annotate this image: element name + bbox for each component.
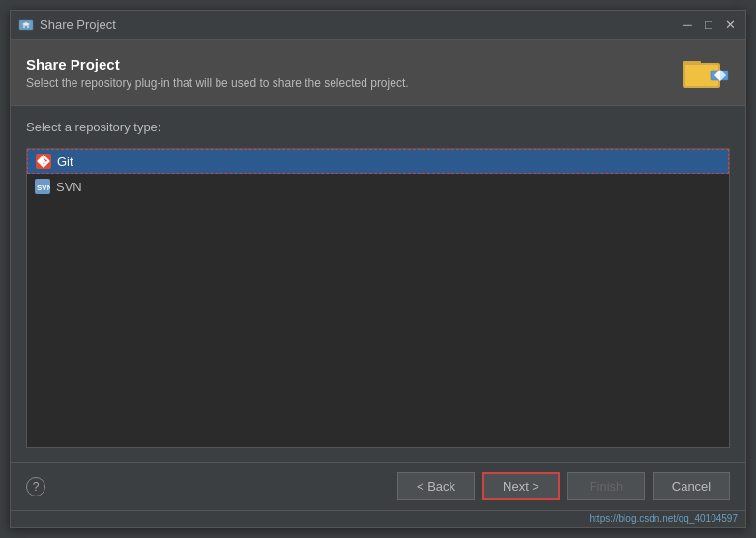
git-label: Git	[57, 155, 73, 169]
maximize-button[interactable]: □	[701, 17, 716, 33]
window-title: Share Project	[40, 17, 116, 32]
repo-item-git[interactable]: Git	[27, 149, 729, 174]
cancel-button[interactable]: Cancel	[653, 472, 730, 500]
dialog-subtitle: Select the repository plug-in that will …	[26, 76, 409, 90]
footer-buttons: < Back Next > Finish Cancel	[397, 472, 730, 500]
status-url: https://blog.csdn.net/qq_40104597	[590, 513, 738, 524]
window-icon	[18, 17, 34, 33]
help-button[interactable]: ?	[26, 477, 45, 496]
title-bar-controls: ─ □ ✕	[680, 17, 738, 33]
status-bar: https://blog.csdn.net/qq_40104597	[11, 510, 745, 527]
finish-button[interactable]: Finish	[567, 472, 645, 500]
content-area: Select a repository type: Git SVN SVN	[11, 106, 745, 462]
close-button[interactable]: ✕	[722, 17, 738, 33]
svn-label: SVN	[56, 180, 82, 194]
dialog-title: Share Project	[26, 56, 409, 72]
dialog-header: Share Project Select the repository plug…	[11, 40, 745, 106]
svg-text:SVN: SVN	[37, 184, 50, 192]
title-bar: Share Project ─ □ ✕	[11, 11, 745, 40]
share-project-dialog: Share Project ─ □ ✕ Share Project Select…	[10, 10, 746, 528]
repo-item-svn[interactable]: SVN SVN	[27, 174, 729, 199]
git-icon	[36, 154, 51, 169]
section-label: Select a repository type:	[26, 120, 730, 134]
minimize-button[interactable]: ─	[680, 17, 695, 33]
back-button[interactable]: < Back	[397, 472, 475, 500]
repo-type-list[interactable]: Git SVN SVN	[26, 148, 730, 448]
folder-arrow-icon	[683, 53, 730, 92]
header-text: Share Project Select the repository plug…	[26, 56, 409, 90]
dialog-footer: ? < Back Next > Finish Cancel	[11, 462, 745, 510]
svn-icon: SVN	[35, 179, 50, 194]
title-bar-left: Share Project	[18, 17, 116, 33]
next-button[interactable]: Next >	[482, 472, 560, 500]
